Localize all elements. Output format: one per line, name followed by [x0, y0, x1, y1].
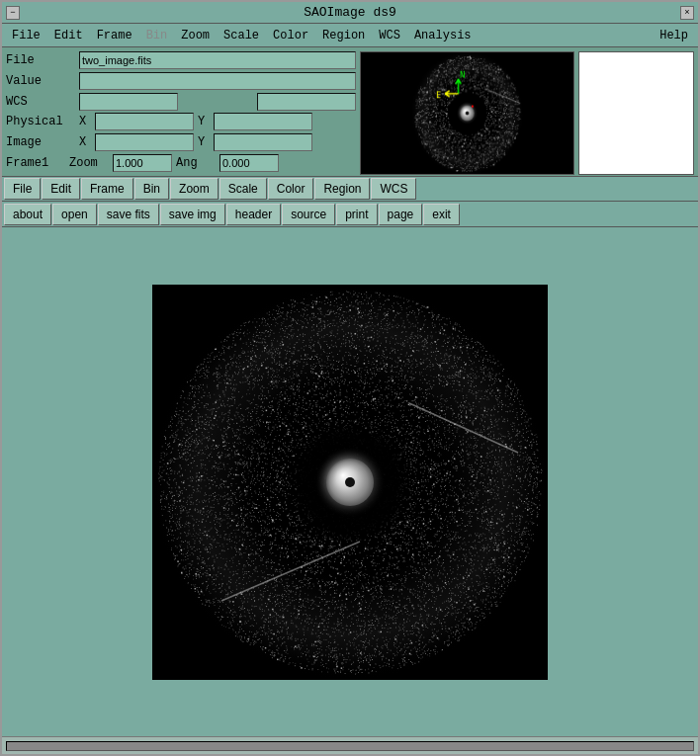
physical-y-input[interactable]	[214, 113, 312, 130]
menu-file[interactable]: File	[6, 28, 46, 43]
wcs-label: WCS	[6, 95, 75, 109]
open-button[interactable]: open	[52, 204, 97, 225]
scrollbar[interactable]	[6, 741, 694, 751]
wcs-input1[interactable]	[79, 93, 178, 111]
info-area: File Value WCS Physical X Y	[2, 47, 698, 176]
close-button[interactable]: ×	[680, 6, 694, 20]
main-window: − SAOImage ds9 × File Edit Frame Bin Zoo…	[0, 0, 700, 756]
frame-zoom-row: Frame1 Zoom Ang	[6, 153, 356, 172]
physical-label: Physical	[6, 115, 75, 128]
image-x-label: X	[79, 135, 91, 149]
about-button[interactable]: about	[4, 204, 51, 225]
toolbar-region[interactable]: Region	[314, 178, 370, 200]
menu-frame[interactable]: Frame	[91, 28, 138, 43]
save-fits-button[interactable]: save fits	[98, 204, 159, 225]
menu-edit[interactable]: Edit	[48, 28, 89, 43]
toolbar-scale[interactable]: Scale	[219, 178, 267, 200]
file-label: File	[6, 53, 75, 67]
file-row: File	[6, 51, 356, 70]
physical-y-label: Y	[198, 115, 210, 128]
exit-button[interactable]: exit	[423, 204, 460, 225]
toolbar-file[interactable]: File	[4, 178, 41, 200]
ang-label: Ang	[176, 156, 216, 170]
file-input[interactable]	[79, 51, 356, 69]
menu-bin[interactable]: Bin	[140, 28, 174, 43]
image-y-input[interactable]	[214, 133, 312, 151]
file-toolbar: about open save fits save img header sou…	[2, 202, 698, 227]
toolbar-color[interactable]: Color	[268, 178, 314, 200]
title-bar: − SAOImage ds9 ×	[2, 2, 698, 24]
window-title: SAOImage ds9	[20, 5, 680, 20]
menu-analysis[interactable]: Analysis	[408, 28, 478, 43]
menu-scale[interactable]: Scale	[218, 28, 265, 43]
menu-help[interactable]: Help	[654, 28, 694, 43]
wcs-input2[interactable]	[257, 93, 356, 111]
value-input[interactable]	[79, 72, 356, 90]
zoom-input[interactable]	[113, 154, 172, 172]
physical-x-label: X	[79, 115, 91, 128]
menu-bar: File Edit Frame Bin Zoom Scale Color Reg…	[2, 24, 698, 47]
minimize-button[interactable]: −	[6, 6, 20, 20]
physical-row: Physical X Y	[6, 113, 356, 131]
toolbar-frame[interactable]: Frame	[81, 178, 133, 200]
ang-input[interactable]	[219, 154, 279, 172]
image-row: Image X Y	[6, 133, 356, 152]
image-x-input[interactable]	[95, 133, 194, 151]
menu-wcs[interactable]: WCS	[373, 28, 406, 43]
wcs-row: WCS	[6, 92, 356, 111]
preview-box	[360, 51, 574, 175]
menu-color[interactable]: Color	[267, 28, 314, 43]
page-button[interactable]: page	[379, 204, 423, 225]
info-fields: File Value WCS Physical X Y	[6, 51, 356, 172]
toolbar-wcs[interactable]: WCS	[371, 178, 416, 200]
image-label: Image	[6, 135, 75, 149]
menu-zoom[interactable]: Zoom	[175, 28, 216, 43]
menu-region[interactable]: Region	[316, 28, 371, 43]
preview-canvas	[361, 52, 573, 174]
value-row: Value	[6, 72, 356, 91]
print-button[interactable]: print	[336, 204, 377, 225]
toolbar-edit[interactable]: Edit	[42, 178, 80, 200]
value-label: Value	[6, 74, 75, 88]
zoom-label: Zoom	[69, 156, 109, 170]
save-img-button[interactable]: save img	[160, 204, 225, 225]
physical-x-input[interactable]	[95, 113, 194, 130]
toolbar-bin[interactable]: Bin	[134, 178, 169, 200]
frame-label: Frame1	[6, 156, 65, 170]
source-button[interactable]: source	[282, 204, 335, 225]
toolbar-zoom[interactable]: Zoom	[170, 178, 219, 200]
main-toolbar: File Edit Frame Bin Zoom Scale Color Reg…	[2, 176, 698, 202]
status-bar	[2, 736, 698, 754]
main-canvas[interactable]	[152, 285, 548, 680]
image-y-label: Y	[198, 135, 210, 149]
main-image-area	[2, 227, 698, 736]
header-button[interactable]: header	[226, 204, 281, 225]
preview-extra	[578, 51, 694, 175]
